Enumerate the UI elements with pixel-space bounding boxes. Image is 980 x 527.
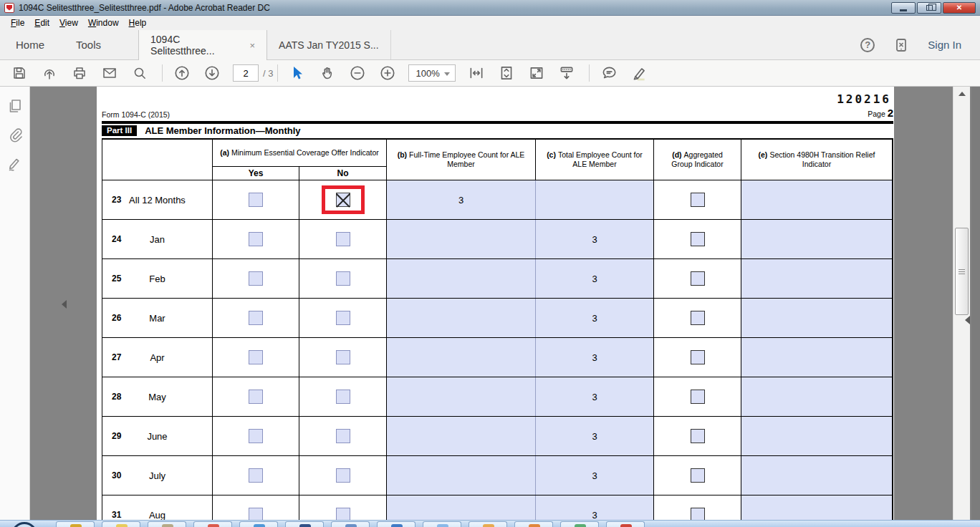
checkbox-aggregated-group[interactable] [691,232,705,246]
highlight-button[interactable] [630,64,648,82]
transition-relief-field[interactable] [741,456,892,495]
transition-relief-field[interactable] [741,417,892,455]
taskbar-app-button[interactable] [285,521,324,527]
menu-file[interactable]: File [6,16,29,29]
close-button[interactable]: ✕ [943,2,976,14]
total-count-field[interactable]: 3 [536,220,654,258]
checkbox-aggregated-group[interactable] [691,311,705,325]
taskbar-app-button[interactable] [560,521,599,527]
checkbox-yes[interactable] [249,311,263,325]
transition-relief-field[interactable] [741,180,892,219]
help-icon[interactable]: ? [860,38,875,52]
transition-relief-field[interactable] [741,299,892,337]
fulltime-count-field[interactable]: 3 [387,180,536,219]
reading-mode-button[interactable] [557,64,576,82]
share-button[interactable] [40,64,59,82]
checkbox-yes[interactable] [249,271,263,286]
fulltime-count-field[interactable] [387,259,536,298]
checkbox-no[interactable] [336,232,350,246]
checkbox-no[interactable] [336,468,350,483]
sign-in-button[interactable]: Sign In [928,39,961,51]
total-count-field[interactable]: 3 [536,377,654,416]
checkbox-no[interactable] [336,311,350,325]
taskbar-app-button[interactable] [239,521,278,527]
checkbox-no[interactable] [336,429,350,443]
checkbox-aggregated-group[interactable] [691,468,705,483]
vertical-scrollbar[interactable] [953,87,970,527]
checkbox-aggregated-group[interactable] [691,390,705,404]
checkbox-yes[interactable] [249,390,263,404]
fulltime-count-field[interactable] [387,220,536,258]
find-button[interactable] [130,64,149,82]
zoom-level-select[interactable]: 100% [408,64,456,82]
transition-relief-field[interactable] [741,259,892,298]
fit-page-button[interactable] [497,64,516,82]
checkbox-no[interactable] [336,271,350,286]
checkbox-yes[interactable] [249,429,263,443]
minimize-button[interactable] [891,2,916,14]
hand-tool-button[interactable] [318,64,337,82]
fit-width-button[interactable] [467,64,486,82]
menu-edit[interactable]: Edit [29,16,54,29]
select-tool-button[interactable] [288,64,307,82]
expand-right-pane-arrow[interactable] [965,316,970,324]
fulltime-count-field[interactable] [387,377,536,416]
zoom-out-button[interactable] [348,64,367,82]
document-view[interactable]: 120216 Form 1094-C (2015) Page 2 Part II… [30,87,971,527]
taskbar-app-button[interactable] [423,521,461,527]
collapse-left-pane-arrow[interactable] [62,300,67,309]
checkbox-yes[interactable] [249,193,263,207]
checkbox-yes[interactable] [249,232,263,246]
zoom-in-button[interactable] [378,64,397,82]
menu-view[interactable]: View [54,16,83,29]
transition-relief-field[interactable] [741,377,892,416]
comment-button[interactable] [600,64,618,82]
save-button[interactable] [10,64,29,82]
total-count-field[interactable]: 3 [536,299,654,337]
tab-document-inactive[interactable]: AATS Jan TY2015 S... [267,30,391,59]
checkbox-no[interactable] [336,390,350,404]
previous-page-button[interactable] [173,64,191,82]
next-page-button[interactable] [203,64,221,82]
checkbox-yes[interactable] [249,468,263,483]
taskbar-app-button[interactable] [102,521,140,527]
menu-window[interactable]: Window [83,16,124,29]
scrollbar-thumb[interactable] [955,228,969,315]
tab-close-icon[interactable]: × [249,40,255,51]
checkbox-aggregated-group[interactable] [691,193,705,207]
restore-button[interactable] [917,2,941,14]
taskbar-app-button[interactable] [606,521,645,527]
taskbar-app-button[interactable] [377,521,415,527]
taskbar-app-button[interactable] [56,521,95,527]
total-count-field[interactable]: 3 [536,259,654,298]
checkbox-no[interactable] [336,350,350,364]
total-count-field[interactable]: 3 [536,456,654,495]
page-thumbnails-button[interactable] [6,97,24,115]
attachments-button[interactable] [6,125,24,144]
scroll-up-arrow[interactable] [953,87,970,101]
checkbox-aggregated-group[interactable] [691,350,705,364]
taskbar-app-button[interactable] [331,521,370,527]
taskbar-app-button[interactable] [469,521,507,527]
start-button[interactable] [11,522,37,527]
taskbar-app-button[interactable] [514,521,553,527]
taskbar-app-button[interactable] [193,521,232,527]
tab-tools[interactable]: Tools [60,30,117,59]
fulltime-count-field[interactable] [387,417,536,455]
fullscreen-button[interactable] [527,64,546,82]
total-count-field[interactable] [536,180,654,219]
fulltime-count-field[interactable] [387,299,536,337]
checkbox-aggregated-group[interactable] [691,271,705,286]
fulltime-count-field[interactable] [387,338,536,377]
checkbox-no[interactable] [336,193,350,207]
menu-help[interactable]: Help [124,16,152,29]
transition-relief-field[interactable] [741,338,892,377]
transition-relief-field[interactable] [741,220,892,258]
fulltime-count-field[interactable] [387,456,536,495]
checkbox-aggregated-group[interactable] [691,429,705,443]
page-number-input[interactable] [233,64,259,82]
mobile-device-icon[interactable] [893,37,909,53]
checkbox-yes[interactable] [249,350,263,364]
tab-document-active[interactable]: 1094C Selitestthree... × [138,30,267,60]
taskbar-app-button[interactable] [148,521,186,527]
